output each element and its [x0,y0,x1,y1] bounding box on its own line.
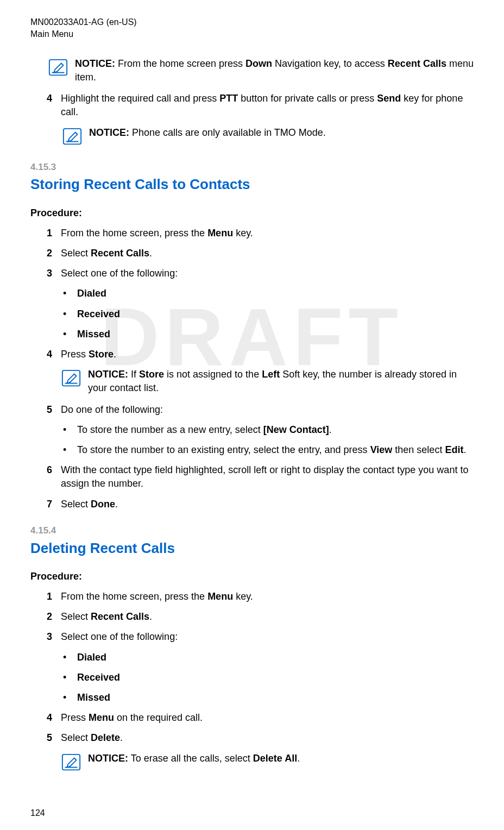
text: . [120,732,123,743]
bullet-mark: • [63,307,77,321]
step-number: 7 [47,498,61,511]
step-number: 6 [47,463,61,491]
bullet-text: Received [77,671,474,684]
bullet-text: To store the number as a new entry, sele… [77,423,474,437]
step-text: Select Recent Calls. [61,610,474,624]
notice-prefix: NOTICE: [88,369,128,380]
step-item: 1 From the home screen, press the Menu k… [47,590,474,603]
bullet-text: Missed [77,328,474,341]
text: If [128,369,139,380]
bullet-list: • To store the number as a new entry, se… [63,423,474,457]
step-item: 2 Select Recent Calls. [47,610,474,624]
text: is not assigned to the [164,369,262,380]
notice-text: NOTICE: Phone calls are only available i… [89,126,474,140]
notice-block: NOTICE: Phone calls are only available i… [62,126,474,148]
step-number: 1 [47,590,61,603]
bullet-mark: • [63,671,77,684]
text: key. [233,228,253,238]
notice-icon [61,753,81,774]
page-number: 124 [30,807,45,819]
bullet-mark: • [63,328,77,341]
bold-text: View [370,444,393,455]
notice-prefix: NOTICE: [75,58,115,69]
bold-text: [New Contact] [263,424,329,435]
step-text: With the contact type field highlighted,… [61,463,474,491]
bullet-text: To store the number to an existing entry… [77,443,474,457]
bullet-item: • To store the number to an existing ent… [63,443,474,457]
bold-text: Menu [207,591,233,602]
text: To erase all the calls, select [128,753,253,764]
text: . [149,248,152,259]
text: From the home screen press [115,58,245,69]
step-text: From the home screen, press the Menu key… [61,227,474,240]
text: Phone calls are only available in TMO Mo… [129,127,326,138]
bullet-text: Missed [77,691,474,705]
section-name: Main Menu [30,28,474,40]
step-item: 3 Select one of the following: [47,630,474,644]
text: From the home screen, press the [61,591,207,602]
bullet-item: • Dialed [63,287,474,300]
bullet-text: Dialed [77,287,474,300]
text: . [149,611,152,622]
bullet-list: • Dialed • Received • Missed [63,651,474,705]
bullet-item: • Missed [63,691,474,705]
step-number: 3 [47,267,61,280]
notice-prefix: NOTICE: [89,127,129,138]
bullet-mark: • [63,443,77,457]
bold-text: Send [377,93,401,104]
text: Select [61,248,91,259]
notice-text: NOTICE: If Store is not assigned to the … [88,368,474,395]
procedure-label: Procedure: [30,570,474,583]
bold-text: PTT [219,93,238,104]
bold-text: Store [139,369,164,380]
bold-text: Store [89,349,114,360]
text: . [115,499,118,510]
notice-prefix: NOTICE: [88,753,128,764]
bullet-list: • Dialed • Received • Missed [63,287,474,341]
bullet-mark: • [63,423,77,437]
bullet-item: • Dialed [63,651,474,664]
text: button for private calls or press [238,93,377,104]
step-number: 2 [47,247,61,260]
bullet-mark: • [63,691,77,705]
bold-text: Recent Calls [388,58,446,69]
text: . [329,424,332,435]
step-item: 5 Do one of the following: [47,403,474,417]
text: Navigation key, to access [272,58,388,69]
step-number: 5 [47,403,61,417]
text: on the required call. [114,712,203,723]
step-item: 2 Select Recent Calls. [47,247,474,260]
step-item: 6 With the contact type field highlighte… [47,463,474,491]
step-text: Select Recent Calls. [61,247,474,260]
text: From the home screen, press the [61,228,207,238]
section-number: 4.15.4 [30,524,474,537]
bullet-text: Received [77,307,474,321]
bullet-text: Dialed [77,651,474,664]
text: . [114,349,116,360]
notice-text: NOTICE: From the home screen press Down … [75,57,474,84]
step-item: 4 Press Store. [47,348,474,361]
bold-text: Left [262,369,280,380]
bold-text: Recent Calls [91,611,149,622]
step-text: Do one of the following: [61,403,474,417]
section-number: 4.15.3 [30,161,474,174]
bold-text: Recent Calls [91,248,149,259]
notice-block: NOTICE: From the home screen press Down … [48,57,474,84]
section-title: Storing Recent Calls to Contacts [30,174,474,194]
doc-id: MN002033A01-AG (en-US) [30,16,474,28]
step-number: 4 [47,711,61,725]
bullet-item: • To store the number as a new entry, se… [63,423,474,437]
bullet-item: • Received [63,307,474,321]
step-number: 1 [47,227,61,240]
text: To store the number to an existing entry… [77,444,370,455]
text: key. [233,591,253,602]
bold-text: Menu [207,228,233,238]
bullet-item: • Missed [63,328,474,341]
procedure-label: Procedure: [30,206,474,220]
step-number: 2 [47,610,61,624]
step-item: 5 Select Delete. [47,731,474,745]
step-text: Select one of the following: [61,630,474,644]
bullet-mark: • [63,287,77,300]
text: then select [392,444,445,455]
notice-icon [61,369,81,389]
